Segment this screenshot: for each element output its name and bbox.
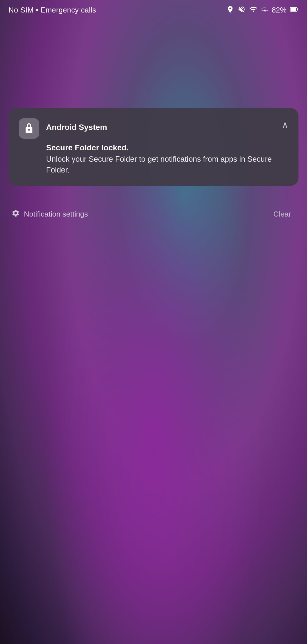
notification-left: Android System	[19, 118, 278, 139]
notification-app-name: Android System	[46, 123, 278, 132]
notification-settings-label: Notification settings	[24, 210, 88, 219]
lock-icon	[24, 122, 34, 134]
notification-app-icon	[19, 118, 39, 139]
status-carrier-text: No SIM • Emergency calls	[9, 6, 96, 14]
notification-settings-button[interactable]: Notification settings	[11, 209, 88, 219]
notification-body-text: Unlock your Secure Folder to get notific…	[46, 154, 288, 176]
status-right: 82%	[226, 5, 298, 14]
notification-card[interactable]: Android System ∧ Secure Folder locked. U…	[9, 108, 298, 186]
notification-bold-text: Secure Folder locked.	[46, 143, 288, 152]
status-left: No SIM • Emergency calls	[9, 6, 96, 14]
background-overlay	[0, 0, 307, 644]
mute-icon	[238, 5, 246, 14]
clear-button[interactable]: Clear	[269, 207, 296, 221]
notification-body: Secure Folder locked. Unlock your Secure…	[19, 143, 288, 176]
battery-percentage: 82%	[272, 6, 287, 14]
chevron-up-icon[interactable]: ∧	[282, 119, 288, 130]
svg-rect-1	[291, 8, 296, 11]
notification-controls: Notification settings Clear	[9, 205, 298, 221]
status-bar: No SIM • Emergency calls 82%	[0, 0, 307, 20]
alarm-icon	[226, 5, 234, 14]
notification-title-wrap: Android System	[46, 123, 278, 134]
wifi-icon	[249, 5, 258, 14]
gear-icon	[11, 209, 20, 219]
svg-rect-2	[297, 9, 298, 11]
notification-header: Android System ∧	[19, 118, 288, 139]
signal-icon	[261, 5, 268, 14]
battery-icon	[290, 6, 298, 14]
svg-rect-5	[29, 130, 30, 132]
